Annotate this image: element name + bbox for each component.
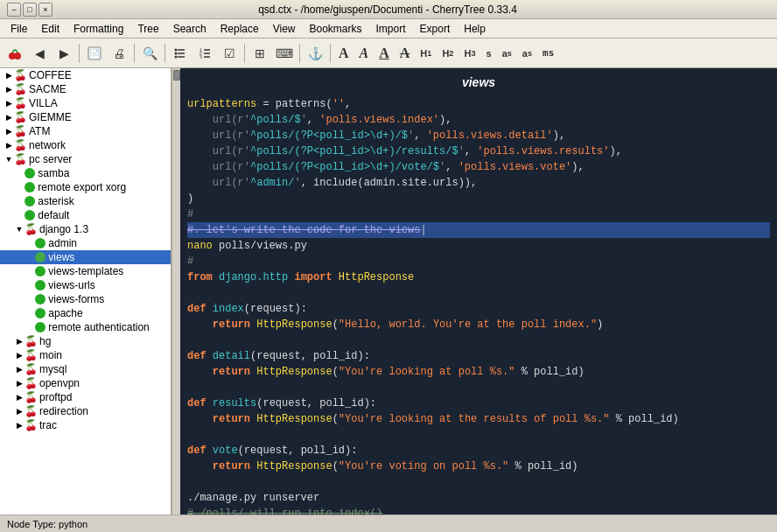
close-button[interactable]: × xyxy=(38,3,52,17)
toolbar-sep-4 xyxy=(244,44,245,63)
table-button[interactable]: ⊞ xyxy=(248,42,271,65)
chevron-icon: ▶ xyxy=(14,407,24,416)
tree-item-hg[interactable]: ▶ 🍒 hg xyxy=(0,334,171,348)
underline-button[interactable]: A xyxy=(374,44,394,63)
menu-tree[interactable]: Tree xyxy=(130,21,165,37)
toolbar-sep-6 xyxy=(330,44,331,63)
tree-item-remote-export[interactable]: remote export xorg xyxy=(0,180,171,194)
tree-item-proftpd[interactable]: ▶ 🍒 proftpd xyxy=(0,390,171,404)
green-circle-icon xyxy=(35,294,46,304)
toolbar-sep-1 xyxy=(79,44,80,63)
svg-point-9 xyxy=(175,55,178,58)
code-line-15: return HttpResponse("Hello, world. You'r… xyxy=(187,317,770,332)
tree-label: VILLA xyxy=(29,97,58,109)
small-button[interactable]: s xyxy=(482,44,496,63)
main-area: ▶ 🍒 COFFEE ▶ 🍒 SACME ▶ 🍒 VILLA ▶ 🍒 GIEMM… xyxy=(0,68,777,514)
menu-import[interactable]: Import xyxy=(369,21,413,37)
tree-item-views-urls[interactable]: views-urls xyxy=(0,278,171,292)
cherry-icon: 🍒 xyxy=(24,335,37,347)
h1-button[interactable]: H1 xyxy=(416,44,436,63)
code-line-2: url(r'^polls/$', 'polls.views.index'), xyxy=(187,112,770,128)
strikethrough-button[interactable]: A xyxy=(396,44,415,63)
print-button[interactable]: 🖨 xyxy=(108,42,130,65)
tree-item-pcserver[interactable]: ▼ 🍒 pc server xyxy=(0,152,171,166)
tree-item-openvpn[interactable]: ▶ 🍒 openvpn xyxy=(0,376,171,390)
tree-item-redirection[interactable]: ▶ 🍒 redirection xyxy=(0,404,171,418)
menu-export[interactable]: Export xyxy=(413,21,458,37)
codeblock-button[interactable]: ⌨ xyxy=(273,42,296,65)
tree-item-mysql[interactable]: ▶ 🍒 mysql xyxy=(0,362,171,376)
tree-item-coffee[interactable]: ▶ 🍒 COFFEE xyxy=(0,68,171,82)
menu-edit[interactable]: Edit xyxy=(34,21,66,37)
code-line-14: def index(request): xyxy=(187,301,770,317)
tree-item-views-forms[interactable]: views-forms xyxy=(0,292,171,306)
code-line-5: url(r'^polls/(?P<poll_id>\d+)/vote/$', '… xyxy=(187,159,770,175)
menu-search[interactable]: Search xyxy=(166,21,214,37)
cherry-icon: 🍒 xyxy=(24,363,37,375)
code-editor[interactable]: views urlpatterns = patterns('', url(r'^… xyxy=(180,68,777,514)
superscript-button[interactable]: as xyxy=(498,44,516,63)
menu-replace[interactable]: Replace xyxy=(214,21,266,37)
code-line-23: def vote(request, poll_id): xyxy=(187,443,770,458)
cherry-icon: 🍒 xyxy=(24,405,37,417)
list-number-button[interactable]: 123 xyxy=(193,42,216,65)
title-bar: – □ × qsd.ctx - /home/giuspen/Documenti … xyxy=(0,0,777,19)
toolbar-sep-3 xyxy=(164,44,165,63)
chevron-icon: ▶ xyxy=(14,351,24,360)
tree-item-apache[interactable]: apache xyxy=(0,306,171,320)
tree-item-admin[interactable]: admin xyxy=(0,236,171,250)
monospace-button[interactable]: ms xyxy=(538,44,558,63)
tree-item-samba[interactable]: samba xyxy=(0,166,171,180)
menu-formatting[interactable]: Formatting xyxy=(66,21,130,37)
tree-label: mysql xyxy=(39,363,66,375)
tree-label: apache xyxy=(48,307,82,319)
tree-label: ATM xyxy=(29,125,50,137)
menu-bookmarks[interactable]: Bookmarks xyxy=(302,21,368,37)
menu-help[interactable]: Help xyxy=(457,21,493,37)
tree-item-villa[interactable]: ▶ 🍒 VILLA xyxy=(0,96,171,110)
minimize-button[interactable]: – xyxy=(7,3,21,17)
back-button[interactable]: ◀ xyxy=(28,42,51,65)
chevron-icon: ▶ xyxy=(4,141,14,150)
restore-button[interactable]: □ xyxy=(23,3,37,17)
cherry-logo-button[interactable] xyxy=(4,42,26,65)
tree-item-trac[interactable]: ▶ 🍒 trac xyxy=(0,418,171,432)
tree-item-django[interactable]: ▼ 🍒 django 1.3 xyxy=(0,222,171,236)
tree-item-sacme[interactable]: ▶ 🍒 SACME xyxy=(0,82,171,96)
tree-scrollbar[interactable] xyxy=(172,68,180,514)
new-node-button[interactable]: 📄 xyxy=(83,42,106,65)
forward-button[interactable]: ▶ xyxy=(52,42,75,65)
chevron-icon: ▶ xyxy=(14,365,24,374)
tree-item-network[interactable]: ▶ 🍒 network xyxy=(0,138,171,152)
bold-button[interactable]: A xyxy=(334,44,354,63)
subscript-button[interactable]: as xyxy=(518,44,536,63)
chevron-down-icon: ▼ xyxy=(4,155,14,164)
tree-item-views[interactable]: views xyxy=(0,250,171,264)
tree-sidebar: ▶ 🍒 COFFEE ▶ 🍒 SACME ▶ 🍒 VILLA ▶ 🍒 GIEMM… xyxy=(0,68,172,514)
tree-item-default[interactable]: default xyxy=(0,208,171,222)
tree-item-atm[interactable]: ▶ 🍒 ATM xyxy=(0,124,171,138)
tree-item-moin[interactable]: ▶ 🍒 moin xyxy=(0,348,171,362)
h3-button[interactable]: H3 xyxy=(459,44,480,63)
list-todo-button[interactable]: ☑ xyxy=(218,42,241,65)
cherry-icon: 🍒 xyxy=(14,139,26,151)
code-line-27: #./polls/.will.run.into.index() xyxy=(187,506,770,514)
italic-button[interactable]: A xyxy=(355,44,374,63)
svg-text:📄: 📄 xyxy=(89,48,101,60)
window-controls[interactable]: – □ × xyxy=(7,3,52,17)
tree-label: GIEMME xyxy=(29,111,72,123)
cherry-icon: 🍒 xyxy=(24,377,37,389)
list-bullet-button[interactable] xyxy=(169,42,192,65)
tree-item-giemme[interactable]: ▶ 🍒 GIEMME xyxy=(0,110,171,124)
search-button[interactable]: 🔍 xyxy=(138,42,161,65)
code-line-26: ./manage.py runserver xyxy=(187,490,770,506)
anchor-button[interactable]: ⚓ xyxy=(304,42,326,65)
chevron-icon: ▶ xyxy=(14,421,24,430)
code-line-24: return HttpResponse("You're voting on po… xyxy=(187,458,770,474)
tree-item-asterisk[interactable]: asterisk xyxy=(0,194,171,208)
h2-button[interactable]: H2 xyxy=(438,44,458,63)
menu-view[interactable]: View xyxy=(266,21,303,37)
menu-file[interactable]: File xyxy=(4,21,34,37)
tree-item-views-templates[interactable]: views-templates xyxy=(0,264,171,278)
tree-item-remote-auth[interactable]: remote authentication xyxy=(0,320,171,334)
